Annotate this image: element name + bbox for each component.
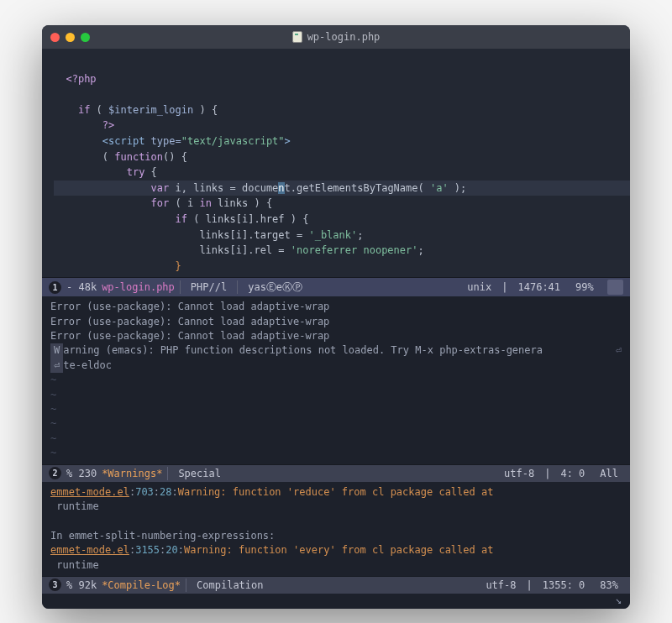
minimize-button[interactable]: [66, 33, 75, 42]
titlebar[interactable]: wp-login.php: [42, 25, 630, 49]
window-index-2: 2: [49, 467, 61, 479]
emacs-window: wp-login.php <?php if ( $interim_login )…: [42, 25, 630, 609]
encoding: unix: [462, 281, 496, 293]
window-index-3: 3: [49, 578, 61, 591]
var-interim: $interim_login: [108, 104, 193, 116]
error-line: Error (use-package): Cannot load adaptiv…: [50, 316, 329, 327]
kw-if: if: [78, 104, 90, 116]
cursor-pos: 4: 0: [555, 468, 590, 479]
file-link[interactable]: emmet-mode.el: [50, 544, 129, 556]
scroll-pct: 99%: [570, 281, 599, 293]
minor-modes: yasⒺeⓀⓅ: [243, 280, 307, 295]
code-buffer[interactable]: <?php if ( $interim_login ) { ?> <script…: [42, 49, 630, 277]
cursor-pos: 1355: 0: [538, 579, 591, 591]
encoding: utf-8: [499, 468, 539, 479]
compile-log-buffer[interactable]: emmet-mode.el:703:28:Warning: function '…: [42, 482, 630, 576]
major-mode: Special: [173, 468, 226, 479]
title: wp-login.php: [42, 31, 630, 43]
window-index-1: 1: [49, 281, 61, 294]
modeline-2[interactable]: 2 % 230 *Warnings* Special utf-8 | 4: 0 …: [42, 464, 630, 482]
buffer-name-warnings: *Warnings*: [102, 468, 162, 479]
warning-line: arning (emacs): PHP function description…: [63, 344, 543, 356]
echo-area: ↘: [42, 594, 630, 609]
zoom-button[interactable]: [81, 33, 90, 42]
cursor-pos: 1476:41: [513, 281, 566, 293]
major-mode: Compilation: [192, 579, 268, 591]
major-mode: PHP//l: [186, 281, 232, 293]
title-filename: wp-login.php: [307, 31, 381, 43]
resize-glyph[interactable]: ↘: [615, 594, 622, 606]
modeline-1[interactable]: 1 - 48k wp-login.php PHP//l yasⒺeⓀⓅ unix…: [42, 277, 630, 296]
cursor: n: [278, 182, 284, 194]
error-line: Error (use-package): Cannot load adaptiv…: [50, 330, 329, 342]
scroll-pct: All: [595, 468, 623, 479]
file-link[interactable]: emmet-mode.el: [50, 486, 129, 498]
close-button[interactable]: [50, 33, 60, 42]
scroll-block: [607, 280, 623, 295]
scroll-pct: 83%: [595, 579, 623, 591]
encoding: utf-8: [480, 579, 521, 591]
modeline-3[interactable]: 3 % 92k *Compile-Log* Compilation utf-8 …: [42, 576, 630, 594]
php-open: <?php: [66, 73, 96, 85]
current-line: var i, links = document.getElementsByTag…: [54, 181, 630, 196]
messages-buffer[interactable]: Error (use-package): Cannot load adaptiv…: [42, 296, 630, 463]
buffer-name-compile: *Compile-Log*: [102, 579, 181, 591]
error-line: Error (use-package): Cannot load adaptiv…: [50, 301, 329, 312]
traffic-lights: [50, 33, 90, 42]
file-icon: [292, 31, 302, 43]
modeline-filename: wp-login.php: [102, 281, 175, 293]
